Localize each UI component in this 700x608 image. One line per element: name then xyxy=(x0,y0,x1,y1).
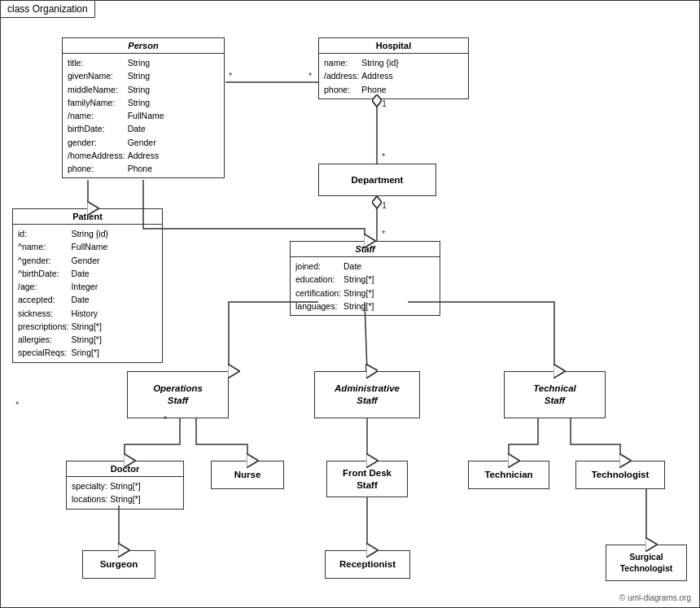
staff-attrs: joined:Date education:String[*] certific… xyxy=(291,257,440,315)
hospital-box: Hospital name:String {id} /address:Addre… xyxy=(318,37,469,99)
technical-staff-box: TechnicalStaff xyxy=(504,371,606,418)
svg-text:*: * xyxy=(308,71,313,81)
technician-box: Technician xyxy=(468,461,549,489)
surgical-technologist-box: SurgicalTechnologist xyxy=(606,545,687,581)
patient-box: Patient id:String {id} ^name:FullName ^g… xyxy=(12,208,163,363)
surgical-tech-label: SurgicalTechnologist xyxy=(620,552,673,574)
front-desk-label: Front DeskStaff xyxy=(343,467,392,492)
doctor-title: Doctor xyxy=(67,461,183,477)
doctor-attrs: specialty:String[*] locations:String[*] xyxy=(67,477,183,509)
person-title: Person xyxy=(63,38,224,54)
hospital-title: Hospital xyxy=(319,38,468,54)
svg-text:1: 1 xyxy=(382,200,387,210)
svg-text:*: * xyxy=(15,400,20,409)
staff-title: Staff xyxy=(291,242,440,257)
receptionist-box: Receptionist xyxy=(325,550,410,579)
hospital-attrs: name:String {id} /address:Address phone:… xyxy=(319,54,468,98)
administrative-staff-box: AdministrativeStaff xyxy=(314,371,420,418)
diagram-title: class Organization xyxy=(1,1,95,18)
diagram-container: class Organization Person title:String g… xyxy=(0,0,700,608)
svg-text:1: 1 xyxy=(382,98,387,108)
surgeon-box: Surgeon xyxy=(82,550,155,579)
administrative-staff-label: AdministrativeStaff xyxy=(335,383,400,407)
nurse-box: Nurse xyxy=(211,461,284,489)
technologist-box: Technologist xyxy=(575,461,665,489)
front-desk-staff-box: Front DeskStaff xyxy=(326,461,408,497)
svg-text:*: * xyxy=(382,151,386,161)
person-box: Person title:String givenName:String mid… xyxy=(62,37,225,178)
staff-box: Staff joined:Date education:String[*] ce… xyxy=(290,241,440,316)
operations-staff-box: OperationsStaff xyxy=(127,371,229,418)
doctor-box: Doctor specialty:String[*] locations:Str… xyxy=(66,461,184,510)
svg-text:*: * xyxy=(229,71,233,81)
svg-text:*: * xyxy=(382,229,386,238)
patient-title: Patient xyxy=(13,209,162,225)
operations-staff-label: OperationsStaff xyxy=(153,383,203,407)
patient-attrs: id:String {id} ^name:FullName ^gender:Ge… xyxy=(13,225,162,362)
copyright: © uml-diagrams.org xyxy=(619,593,691,602)
person-attrs: title:String givenName:String middleName… xyxy=(63,54,224,177)
technical-staff-label: TechnicalStaff xyxy=(533,383,576,407)
department-box: Department xyxy=(318,164,436,196)
